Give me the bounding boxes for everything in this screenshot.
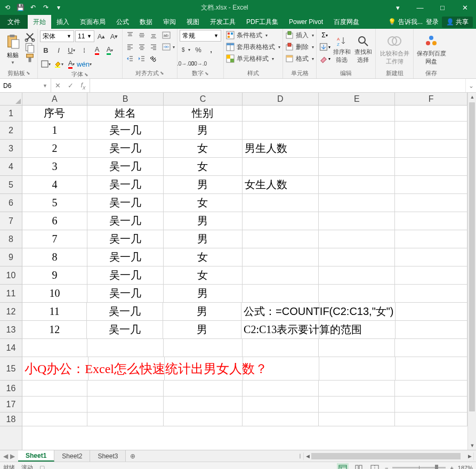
align-left-button[interactable] [125, 42, 135, 52]
cell-A15[interactable]: 小Q办公：Excel怎么快速统计出男女人数？ [22, 357, 88, 380]
hscroll-thumb[interactable] [311, 453, 461, 459]
fill-color-button[interactable]: ▾ [53, 58, 64, 70]
cell-C18[interactable] [164, 413, 242, 426]
cell-C11[interactable]: 男 [164, 285, 242, 302]
row-header-6[interactable]: 6 [0, 194, 22, 212]
align-middle-button[interactable] [136, 30, 147, 41]
share-button[interactable]: 👤 共享 [442, 17, 473, 28]
row-header-3[interactable]: 3 [0, 140, 22, 158]
accounting-format-button[interactable]: $▾ [180, 44, 191, 55]
cell-E3[interactable] [319, 140, 395, 157]
cell-B7[interactable]: 吴一几 [87, 212, 164, 230]
zoom-level[interactable]: 187% [458, 465, 473, 470]
cell-F17[interactable] [395, 397, 467, 412]
increase-font-button[interactable]: A▴ [95, 30, 107, 42]
row-header-7[interactable]: 7 [0, 212, 22, 230]
login-button[interactable]: 登录 [426, 18, 439, 27]
cell-A2[interactable]: 1 [22, 122, 87, 139]
tab-页面布局[interactable]: 页面布局 [75, 15, 111, 29]
cell-B9[interactable]: 吴一几 [87, 248, 164, 266]
tab-开发工具[interactable]: 开发工具 [205, 15, 241, 29]
scroll-left-button[interactable]: ◀ [304, 452, 311, 460]
cell-B14[interactable] [87, 339, 164, 357]
cell-D9[interactable] [243, 248, 319, 266]
cell-F5[interactable] [395, 176, 467, 193]
cell-B4[interactable]: 吴一几 [87, 158, 164, 175]
cell-E10[interactable] [319, 266, 395, 284]
cell-C7[interactable]: 男 [164, 212, 242, 230]
cell-A4[interactable]: 3 [22, 158, 87, 175]
cell-A12[interactable]: 11 [22, 303, 87, 320]
cell-E4[interactable] [319, 158, 395, 175]
cell-E5[interactable] [319, 176, 395, 193]
row-header-15[interactable]: 15 [0, 357, 22, 381]
cell-C12[interactable]: 男 [163, 303, 241, 320]
cell-B8[interactable]: 吴一几 [87, 230, 164, 248]
sort-filter-button[interactable]: AZ 排序和筛选 [332, 30, 352, 69]
cell-style-button[interactable]: 单元格样式▾ [226, 53, 280, 64]
cell-E14[interactable] [319, 339, 395, 357]
align-launcher-icon[interactable]: ⬊ [160, 70, 164, 76]
cell-F8[interactable] [395, 230, 467, 248]
cell-D8[interactable] [243, 230, 319, 248]
align-top-button[interactable] [125, 30, 135, 41]
redo-icon[interactable]: ↷ [42, 3, 50, 12]
cell-F15[interactable] [396, 357, 467, 380]
cell-B11[interactable]: 吴一几 [87, 285, 164, 302]
wen-button[interactable]: wén▾ [78, 58, 90, 70]
col-header-D[interactable]: D [243, 93, 319, 105]
row-header-2[interactable]: 2 [0, 122, 22, 140]
enter-formula-button[interactable]: ✓ [64, 79, 77, 92]
cell-C14[interactable] [164, 339, 242, 357]
macro-record-icon[interactable]: ▢ [39, 464, 45, 469]
format-cells-button[interactable]: 格式▾ [285, 53, 314, 64]
number-launcher-icon[interactable]: ⬊ [205, 71, 209, 76]
cell-F4[interactable] [395, 158, 467, 175]
align-bottom-button[interactable] [148, 30, 159, 41]
cell-D13[interactable]: C2:C13表示要计算的范围 [241, 321, 319, 338]
cell-A18[interactable] [22, 413, 87, 426]
cell-E16[interactable] [319, 381, 395, 396]
sheet-tab-Sheet2[interactable]: Sheet2 [54, 450, 90, 462]
align-right-button[interactable] [148, 42, 159, 52]
cell-D17[interactable] [243, 397, 319, 412]
wrap-text-button[interactable]: ab [162, 30, 175, 41]
page-layout-view-button[interactable] [353, 463, 365, 470]
cell-D18[interactable] [243, 413, 319, 426]
font-launcher-icon[interactable]: ⬊ [84, 72, 88, 77]
row-header-5[interactable]: 5 [0, 176, 22, 194]
add-sheet-button[interactable]: ⊕ [126, 450, 140, 462]
font-color-b-button[interactable]: A▾ [104, 44, 116, 56]
cell-F16[interactable] [395, 381, 467, 396]
cell-E15[interactable] [319, 357, 396, 380]
cell-B18[interactable] [87, 413, 164, 426]
cell-B2[interactable]: 吴一几 [87, 122, 164, 139]
comma-button[interactable]: , [205, 44, 217, 55]
close-button[interactable]: ✕ [454, 0, 476, 15]
cell-F14[interactable] [395, 339, 467, 357]
tab-数据[interactable]: 数据 [134, 15, 158, 29]
cell-C6[interactable]: 女 [164, 194, 242, 212]
delete-cells-button[interactable]: 删除▾ [285, 42, 314, 52]
cell-F7[interactable] [395, 212, 467, 230]
col-header-C[interactable]: C [164, 93, 242, 105]
decrease-indent-button[interactable] [125, 53, 135, 64]
scroll-up-button[interactable]: ▲ [468, 93, 476, 101]
qat-more-icon[interactable]: ▾ [54, 3, 63, 12]
cell-B16[interactable] [87, 381, 164, 396]
sheet-nav-prev-icon[interactable]: ◀ [3, 452, 8, 460]
cell-A16[interactable] [22, 381, 87, 396]
col-header-A[interactable]: A [22, 93, 87, 105]
cell-C17[interactable] [164, 397, 242, 412]
cell-E2[interactable] [319, 122, 395, 139]
copy-button[interactable] [25, 43, 35, 52]
paste-button[interactable]: 粘贴 ▼ [2, 30, 23, 69]
insert-function-button[interactable]: fx [77, 79, 90, 92]
sheet-tab-Sheet3[interactable]: Sheet3 [90, 450, 126, 462]
tell-me[interactable]: 💡 告诉我... [388, 18, 423, 27]
table-format-button[interactable]: 套用表格格式▾ [226, 42, 280, 52]
tab-PDF工具集[interactable]: PDF工具集 [241, 15, 284, 29]
font-color-a-button[interactable]: A [91, 44, 103, 56]
decrease-decimal-button[interactable]: .00→.0 [192, 58, 204, 69]
cell-D16[interactable] [243, 381, 319, 396]
